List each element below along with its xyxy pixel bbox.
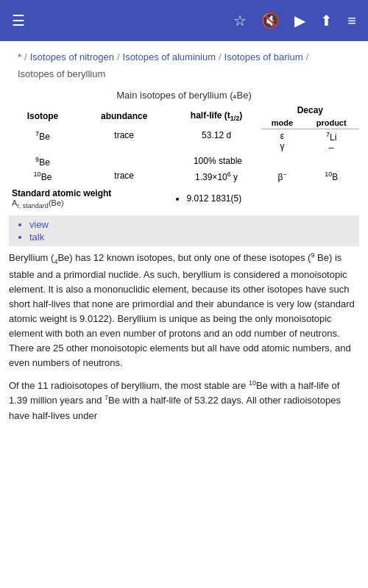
isotope-table: Isotope abundance half-life (t1/2) Decay… [9, 104, 359, 212]
table-row: 10Be trace 1.39×106 y β− 10B [9, 169, 359, 184]
content-area: * / Isotopes of nitrogen / Isotopes of a… [0, 41, 368, 588]
breadcrumb-barium[interactable]: Isotopes of barium [224, 50, 303, 65]
menu-icon[interactable]: ☰ [12, 12, 25, 29]
body-text: Beryllium (4Be) has 12 known isotopes, b… [9, 251, 359, 423]
product-10be: 10B [303, 169, 359, 184]
col-header-decay: Decay [261, 104, 359, 117]
atomic-weight-label: Standard atomic weight [12, 188, 111, 198]
breadcrumb-nitrogen[interactable]: Isotopes of nitrogen [30, 50, 114, 65]
breadcrumb-star[interactable]: * [18, 50, 21, 65]
col-header-product: product [303, 117, 359, 129]
col-header-mode: mode [261, 117, 304, 129]
col-header-abundance: abundance [77, 104, 172, 129]
talk-anchor[interactable]: talk [29, 232, 44, 243]
play-icon[interactable]: ▶ [294, 12, 305, 29]
isotope-10be: 10Be [9, 169, 77, 184]
star-icon[interactable]: ☆ [233, 12, 247, 29]
isotope-7be: 7Be [9, 129, 77, 154]
abundance-9be: 100% stable [77, 154, 359, 169]
abundance-10be: trace [77, 169, 172, 184]
atomic-weight-row: Standard atomic weight Ar, standard(Be) … [9, 184, 359, 212]
toolbar-left: ☰ [12, 12, 25, 29]
table-row: 7Be trace 53.12 d εγ 7Li– [9, 129, 359, 154]
product-7be: 7Li– [303, 129, 359, 154]
breadcrumb-beryllium: Isotopes of beryllium [18, 67, 105, 82]
mode-10be: β− [261, 169, 304, 184]
mode-7be: εγ [261, 129, 304, 154]
toolbar-center: ☆ 🔇 ▶ ⬆ ≡ [233, 12, 356, 29]
links-section: view talk [9, 215, 359, 246]
table-row: 9Be 100% stable [9, 154, 359, 169]
col-header-halflife: half-life (t1/2) [171, 104, 261, 129]
body-paragraph-1: Beryllium (4Be) has 12 known isotopes, b… [9, 251, 359, 371]
breadcrumb-aluminium[interactable]: Isotopes of aluminium [123, 50, 216, 65]
body-paragraph-2: Of the 11 radioisotopes of beryllium, th… [9, 379, 359, 423]
breadcrumb: * / Isotopes of nitrogen / Isotopes of a… [9, 44, 359, 85]
ar-label: Ar, standard(Be) [12, 198, 169, 209]
halflife-7be: 53.12 d [171, 129, 261, 154]
view-link[interactable]: view [29, 218, 353, 231]
atomic-weight-value: 9.012 1831(5) [186, 193, 241, 204]
mute-icon[interactable]: 🔇 [261, 12, 280, 29]
more-icon[interactable]: ≡ [347, 12, 356, 29]
section-title: Main isotopes of beryllium (₄Be) [9, 90, 359, 101]
isotope-9be: 9Be [9, 154, 77, 169]
view-anchor[interactable]: view [29, 219, 49, 230]
toolbar: ☰ ☆ 🔇 ▶ ⬆ ≡ [0, 0, 368, 41]
abundance-7be: trace [77, 129, 172, 154]
share-icon[interactable]: ⬆ [320, 12, 333, 29]
halflife-10be: 1.39×106 y [171, 169, 261, 184]
col-header-isotope: Isotope [9, 104, 77, 129]
talk-link[interactable]: talk [29, 231, 353, 243]
